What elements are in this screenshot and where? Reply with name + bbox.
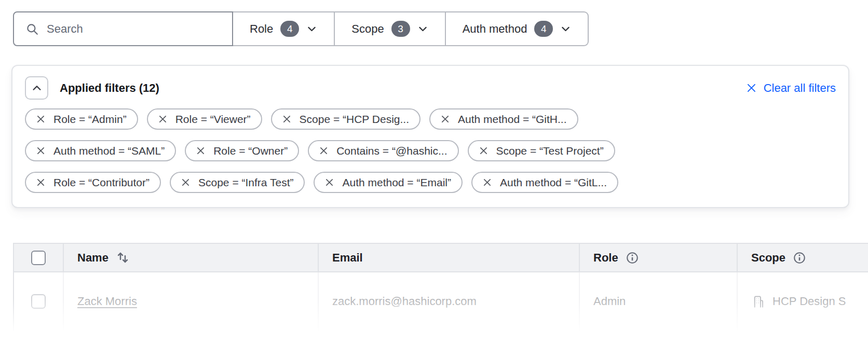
user-name-link[interactable]: Zack Morris — [77, 295, 137, 308]
info-icon[interactable] — [793, 251, 806, 265]
user-scope: HCP Design S — [772, 295, 846, 308]
table-row: Zack Morris zack.morris@hashicorp.com Ad… — [14, 272, 868, 331]
filter-tag[interactable]: Scope = “Test Project” — [468, 140, 615, 161]
filter-dropdown-label: Auth method — [463, 22, 527, 36]
users-table: Name Email Role Scope Zack Morris — [13, 243, 868, 331]
search-input[interactable] — [47, 22, 221, 36]
filter-tag[interactable]: Scope = “Infra Test” — [170, 172, 305, 193]
filter-tag-label: Auth method = “SAML” — [53, 145, 165, 157]
search-icon — [25, 22, 39, 36]
select-all-checkbox[interactable] — [31, 251, 46, 265]
email-cell: zack.morris@hashicorp.com — [318, 272, 579, 331]
filter-tag-label: Scope = “HCP Desig... — [300, 113, 409, 126]
dismiss-icon — [36, 115, 45, 123]
count-badge: 4 — [280, 21, 299, 37]
count-badge: 3 — [391, 21, 410, 37]
dismiss-icon — [319, 146, 328, 155]
collapse-button[interactable] — [25, 76, 48, 100]
scope-cell: HCP Design S — [737, 272, 868, 331]
column-header-label: Name — [77, 251, 108, 265]
filter-tag[interactable]: Scope = “HCP Desig... — [271, 108, 421, 130]
filter-tag[interactable]: Auth method = “GitL... — [471, 172, 618, 193]
applied-filters-panel: Applied filters (12) Clear all filters R… — [11, 65, 849, 208]
user-role: Admin — [593, 295, 626, 308]
filter-tag-label: Auth method = “Email” — [342, 176, 451, 189]
filter-tag[interactable]: Role = “Owner” — [185, 140, 299, 161]
column-header-name[interactable]: Name — [63, 244, 318, 271]
chevron-down-icon — [306, 23, 317, 34]
building-icon — [751, 295, 765, 309]
filter-tag-label: Role = “Owner” — [213, 145, 288, 157]
column-header-label: Email — [332, 251, 363, 265]
filter-tag-label: Auth method = “GitH... — [458, 113, 567, 126]
column-header-role: Role — [579, 244, 737, 271]
filter-tag-label: Role = “Contributor” — [53, 176, 150, 189]
filter-toolbar: Role 4 Scope 3 Auth method 4 — [13, 11, 589, 46]
row-checkbox[interactable] — [31, 294, 46, 309]
search-box[interactable] — [13, 11, 233, 46]
dismiss-icon — [181, 178, 190, 187]
chevron-down-icon — [560, 23, 571, 34]
filter-tag[interactable]: Auth method = “Email” — [314, 172, 463, 193]
user-email: zack.morris@hashicorp.com — [332, 295, 477, 308]
filter-tag-label: Auth method = “GitL... — [500, 176, 607, 189]
dismiss-icon — [479, 146, 488, 155]
dismiss-icon — [325, 178, 334, 187]
column-header-scope: Scope — [737, 244, 868, 271]
filter-tag-row: Auth method = “SAML” Role = “Owner” Cont… — [25, 140, 836, 161]
filter-tag-row: Role = “Contributor” Scope = “Infra Test… — [25, 172, 836, 193]
filter-tag-label: Role = “Viewer” — [175, 113, 251, 126]
info-icon[interactable] — [626, 251, 639, 265]
filter-tag-row: Role = “Admin” Role = “Viewer” Scope = “… — [25, 108, 836, 130]
applied-filters-header: Applied filters (12) Clear all filters — [25, 76, 836, 100]
close-icon — [746, 82, 757, 93]
clear-all-filters-button[interactable]: Clear all filters — [746, 81, 836, 95]
filter-tag[interactable]: Role = “Viewer” — [147, 108, 262, 130]
dismiss-icon — [158, 115, 167, 123]
filter-tag[interactable]: Contains = “@hashic... — [308, 140, 458, 161]
filter-tag-label: Role = “Admin” — [53, 113, 127, 126]
filter-dropdown-label: Scope — [351, 22, 384, 36]
filter-tag[interactable]: Auth method = “SAML” — [25, 140, 176, 161]
filter-tags: Role = “Admin” Role = “Viewer” Scope = “… — [25, 108, 836, 193]
filter-tag-label: Scope = “Test Project” — [496, 145, 604, 157]
column-header-email: Email — [318, 244, 579, 271]
filter-dropdown-label: Role — [250, 22, 273, 36]
applied-filters-title: Applied filters (12) — [60, 81, 159, 95]
filter-tag-label: Scope = “Infra Test” — [198, 176, 293, 189]
column-header-label: Role — [593, 251, 618, 265]
filter-tag-label: Contains = “@hashic... — [336, 145, 447, 157]
dismiss-icon — [36, 146, 45, 155]
filter-dropdown-auth-method[interactable]: Auth method 4 — [445, 12, 588, 45]
row-checkbox-cell — [14, 272, 63, 331]
role-cell: Admin — [579, 272, 737, 331]
chevron-down-icon — [417, 23, 428, 34]
name-cell: Zack Morris — [63, 272, 318, 331]
table-header-checkbox-cell — [14, 244, 63, 271]
chevron-up-icon — [31, 82, 43, 94]
filter-dropdown-role[interactable]: Role 4 — [233, 12, 334, 45]
filter-dropdown-group: Role 4 Scope 3 Auth method 4 — [233, 11, 589, 46]
filter-tag[interactable]: Role = “Admin” — [25, 108, 138, 130]
filter-tag[interactable]: Role = “Contributor” — [25, 172, 161, 193]
dismiss-icon — [36, 178, 45, 187]
dismiss-icon — [483, 178, 492, 187]
filter-dropdown-scope[interactable]: Scope 3 — [334, 12, 444, 45]
column-header-label: Scope — [751, 251, 785, 265]
dismiss-icon — [441, 115, 450, 123]
dismiss-icon — [196, 146, 205, 155]
dismiss-icon — [282, 115, 291, 123]
table-header-row: Name Email Role Scope — [14, 244, 868, 272]
filter-tag[interactable]: Auth method = “GitH... — [429, 108, 578, 130]
clear-all-filters-label: Clear all filters — [764, 81, 836, 95]
sort-icon[interactable] — [116, 251, 130, 265]
count-badge: 4 — [534, 21, 553, 37]
